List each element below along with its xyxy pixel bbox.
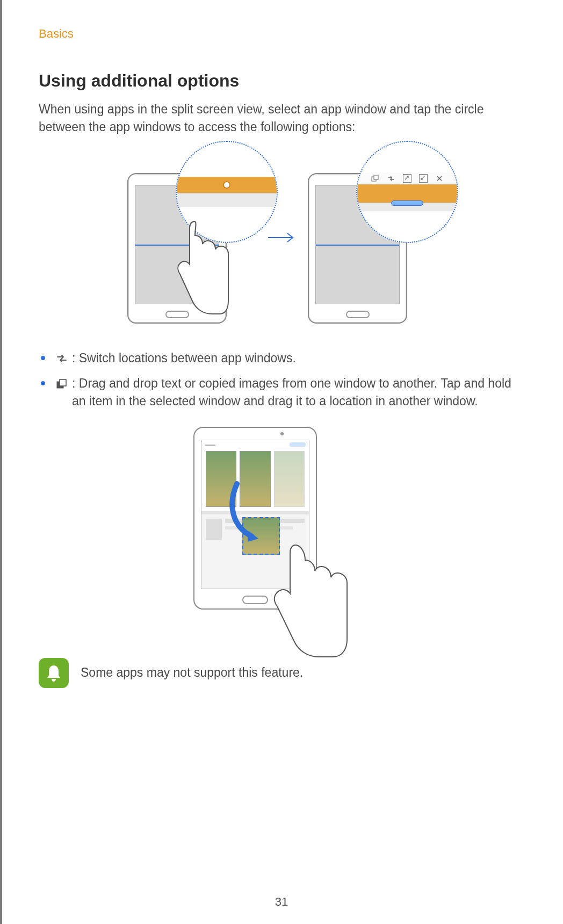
options-list: : Switch locations between app windows. … (39, 349, 525, 411)
bullet-icon (41, 356, 45, 360)
figure-device-after (308, 152, 437, 324)
option-drag-content: : Drag and drop text or copied images fr… (39, 375, 525, 411)
bullet-icon (41, 381, 45, 385)
option-drag-content-text: : Drag and drop text or copied images fr… (72, 375, 525, 411)
option-swap-text: : Switch locations between app windows. (72, 349, 525, 367)
figure-split-screen-options (39, 152, 525, 324)
close-icon (435, 174, 444, 183)
expand-icon (403, 174, 412, 183)
option-swap: : Switch locations between app windows. (39, 349, 525, 367)
page-number: 31 (275, 895, 288, 909)
note-bell-icon (39, 658, 69, 688)
figure-drag-between-windows (39, 427, 525, 631)
svg-rect-2 (374, 175, 378, 180)
split-options-toolbar (357, 173, 457, 184)
drag-path-arrow-icon (227, 478, 265, 543)
breadcrumb: Basics (39, 27, 525, 41)
swap-icon (55, 353, 69, 364)
drag-content-icon (371, 174, 379, 183)
drag-content-icon (55, 378, 69, 390)
swap-icon (387, 174, 395, 183)
split-handle-bar-icon (391, 200, 423, 206)
svg-marker-5 (248, 531, 258, 542)
intro-paragraph: When using apps in the split screen view… (39, 101, 525, 137)
arrow-right-icon (266, 231, 298, 244)
split-handle-dot-icon (223, 181, 230, 189)
zoom-handle-after (356, 141, 458, 243)
zoom-handle-before (176, 141, 278, 243)
section-heading: Using additional options (39, 71, 525, 91)
svg-rect-4 (60, 379, 66, 386)
page-left-accent (0, 0, 2, 924)
figure-device-before (127, 152, 256, 324)
minimize-icon (419, 174, 428, 183)
hand-drag-icon (263, 534, 371, 669)
